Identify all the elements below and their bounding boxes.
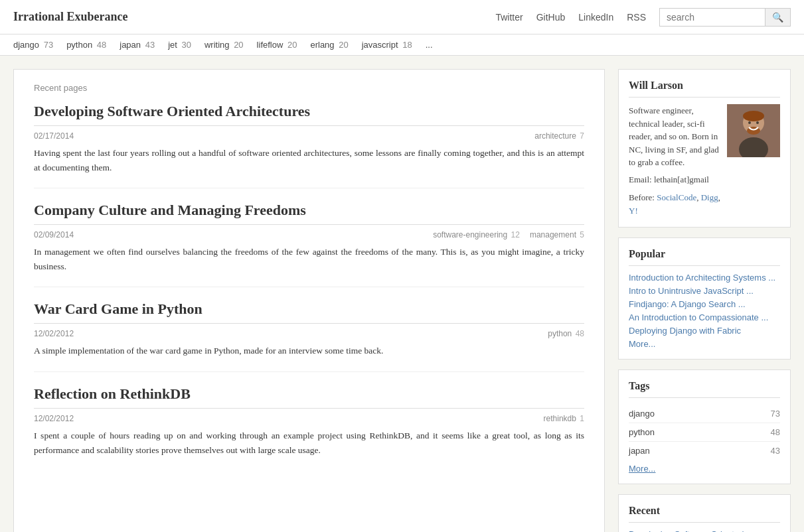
svg-point-2 bbox=[743, 111, 764, 121]
popular-link[interactable]: Deploying Django with Fabric bbox=[629, 326, 741, 336]
article-date: 12/02/2012 bbox=[34, 329, 548, 338]
article-tag[interactable]: software-engineering 12 bbox=[433, 230, 520, 239]
recent-pages-label: Recent pages bbox=[34, 83, 584, 93]
tags-bar: django 73python 48japan 43jet 30writing … bbox=[0, 34, 804, 56]
recent-section: Recent Developing Software Oriented Arch… bbox=[618, 494, 791, 532]
recent-link[interactable]: Developing Software Oriented Architectur… bbox=[629, 529, 744, 532]
article-excerpt: Having spent the last four years rolling… bbox=[34, 146, 584, 174]
header: Irrational Exuberance TwitterGitHubLinke… bbox=[0, 0, 804, 34]
article-date: 02/17/2014 bbox=[34, 131, 534, 141]
sidebar-tag-item[interactable]: japan43 bbox=[629, 442, 780, 460]
article-date: 02/09/2014 bbox=[34, 230, 433, 239]
site-title[interactable]: Irrational Exuberance bbox=[13, 10, 128, 24]
article-tag[interactable]: management 5 bbox=[530, 230, 584, 239]
popular-item: Introduction to Architecting Systems ... bbox=[629, 273, 780, 283]
nav-link-twitter[interactable]: Twitter bbox=[495, 12, 523, 23]
article-title[interactable]: War Card Game in Python bbox=[34, 300, 584, 324]
profile-bio: Software engineer, technical leader, sci… bbox=[629, 104, 720, 169]
article-tags: python 48 bbox=[548, 329, 584, 338]
recent-item: Developing Software Oriented Architectur… bbox=[629, 529, 780, 532]
article-meta: 12/02/2012 rethinkdb 1 bbox=[34, 414, 584, 423]
article-excerpt: I spent a couple of hours reading up on … bbox=[34, 429, 584, 457]
tag-bar-item[interactable]: japan 43 bbox=[120, 40, 155, 50]
popular-link[interactable]: Findjango: A Django Search ... bbox=[629, 299, 746, 309]
sidebar-tag-item[interactable]: python48 bbox=[629, 423, 780, 442]
article: Company Culture and Managing Freedoms 02… bbox=[34, 202, 584, 287]
nav-link-rss[interactable]: RSS bbox=[627, 12, 646, 23]
layout: Recent pages Developing Software Oriente… bbox=[0, 56, 804, 532]
profile-title: Will Larson bbox=[629, 80, 780, 98]
profile-text: Software engineer, technical leader, sci… bbox=[629, 104, 720, 217]
profile-image bbox=[727, 104, 780, 157]
search-form: 🔍 bbox=[659, 8, 791, 27]
tag-bar-item[interactable]: jet 30 bbox=[168, 40, 191, 50]
popular-list: Introduction to Architecting Systems ...… bbox=[629, 273, 780, 336]
article-tags: rethinkdb 1 bbox=[544, 414, 584, 423]
tag-bar-item[interactable]: django 73 bbox=[13, 40, 53, 50]
article-meta: 02/17/2014 architecture 7 bbox=[34, 131, 584, 141]
article-tag[interactable]: rethinkdb 1 bbox=[544, 414, 584, 423]
article-excerpt: A simple implementation of the war card … bbox=[34, 344, 584, 358]
popular-item: Findjango: A Django Search ... bbox=[629, 299, 780, 310]
before-label: Before: bbox=[629, 192, 655, 202]
tags-more[interactable]: More... bbox=[629, 464, 780, 474]
article-meta: 02/09/2014 software-engineering 12 manag… bbox=[34, 230, 584, 239]
profile-content: Software engineer, technical leader, sci… bbox=[629, 104, 780, 217]
tag-bar-item[interactable]: ... bbox=[426, 40, 433, 50]
article-date: 12/02/2012 bbox=[34, 414, 544, 423]
tag-bar-item[interactable]: erlang 20 bbox=[310, 40, 348, 50]
profile-avatar bbox=[727, 104, 780, 157]
popular-link[interactable]: Introduction to Architecting Systems ... bbox=[629, 273, 775, 283]
article-meta: 12/02/2012 python 48 bbox=[34, 329, 584, 338]
popular-section: Popular Introduction to Architecting Sys… bbox=[618, 237, 791, 360]
search-button[interactable]: 🔍 bbox=[765, 8, 791, 27]
nav-link-github[interactable]: GitHub bbox=[536, 12, 566, 23]
article-tag[interactable]: python 48 bbox=[548, 329, 584, 338]
recent-title: Recent bbox=[629, 505, 780, 523]
popular-more[interactable]: More... bbox=[629, 339, 780, 349]
tags-section: Tags django73python48japan43 More... bbox=[618, 369, 791, 484]
nav-links: TwitterGitHubLinkedInRSS bbox=[495, 12, 646, 23]
tag-bar-item[interactable]: python 48 bbox=[66, 40, 106, 50]
tags-list: django73python48japan43 bbox=[629, 405, 780, 460]
tag-bar-item[interactable]: writing 20 bbox=[204, 40, 244, 50]
before-link[interactable]: SocialCode bbox=[657, 192, 696, 202]
popular-item: Intro to Unintrusive JavaScript ... bbox=[629, 286, 780, 297]
before-link[interactable]: Y! bbox=[629, 206, 638, 216]
tag-bar-item[interactable]: lifeflow 20 bbox=[257, 40, 297, 50]
tag-bar-item[interactable]: javascript 18 bbox=[362, 40, 412, 50]
recent-list: Developing Software Oriented Architectur… bbox=[629, 529, 780, 532]
popular-title: Popular bbox=[629, 248, 780, 266]
article-title[interactable]: Developing Software Oriented Architectur… bbox=[34, 103, 584, 126]
svg-point-6 bbox=[756, 121, 759, 124]
popular-item: Deploying Django with Fabric bbox=[629, 326, 780, 336]
tags-title: Tags bbox=[629, 380, 780, 398]
sidebar: Will Larson Software engineer, technical… bbox=[618, 69, 791, 532]
sidebar-tag-item[interactable]: django73 bbox=[629, 405, 780, 423]
nav-link-linkedin[interactable]: LinkedIn bbox=[578, 12, 613, 23]
article-tags: architecture 7 bbox=[534, 131, 584, 141]
article: War Card Game in Python 12/02/2012 pytho… bbox=[34, 300, 584, 372]
article: Developing Software Oriented Architectur… bbox=[34, 103, 584, 188]
popular-link[interactable]: Intro to Unintrusive JavaScript ... bbox=[629, 286, 754, 296]
article-excerpt: In management we often find ourselves ba… bbox=[34, 245, 584, 273]
articles-container: Developing Software Oriented Architectur… bbox=[34, 103, 584, 470]
profile-section: Will Larson Software engineer, technical… bbox=[618, 69, 791, 228]
search-input[interactable] bbox=[659, 8, 765, 27]
svg-point-5 bbox=[748, 121, 751, 124]
popular-item: An Introduction to Compassionate ... bbox=[629, 312, 780, 323]
profile-email: Email: lethain[at]gmail bbox=[629, 173, 720, 186]
popular-link[interactable]: An Introduction to Compassionate ... bbox=[629, 312, 768, 322]
main-content: Recent pages Developing Software Oriente… bbox=[13, 69, 605, 532]
article-title[interactable]: Reflection on RethinkDB bbox=[34, 385, 584, 409]
article-tags: software-engineering 12 management 5 bbox=[433, 230, 584, 239]
article-title[interactable]: Company Culture and Managing Freedoms bbox=[34, 202, 584, 225]
before-link[interactable]: Digg bbox=[701, 192, 718, 202]
profile-before: Before: SocialCode, Digg, Y! bbox=[629, 191, 720, 217]
article-tag[interactable]: architecture 7 bbox=[534, 131, 584, 141]
article: Reflection on RethinkDB 12/02/2012 rethi… bbox=[34, 385, 584, 470]
